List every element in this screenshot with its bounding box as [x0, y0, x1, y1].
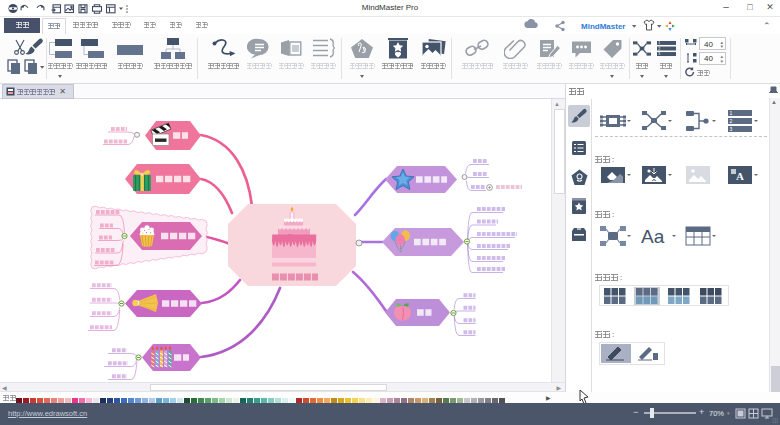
svg-text:1: 1: [730, 110, 733, 116]
svg-text:1: 1: [658, 41, 660, 45]
svg-text:2: 2: [730, 118, 733, 124]
svg-text:2: 2: [658, 47, 660, 51]
svg-text:A: A: [736, 170, 744, 182]
svg-text:Aa: Aa: [641, 226, 665, 247]
svg-text:MindMaster: MindMaster: [581, 22, 625, 31]
svg-text:3: 3: [730, 126, 733, 132]
svg-text:3: 3: [658, 52, 660, 56]
